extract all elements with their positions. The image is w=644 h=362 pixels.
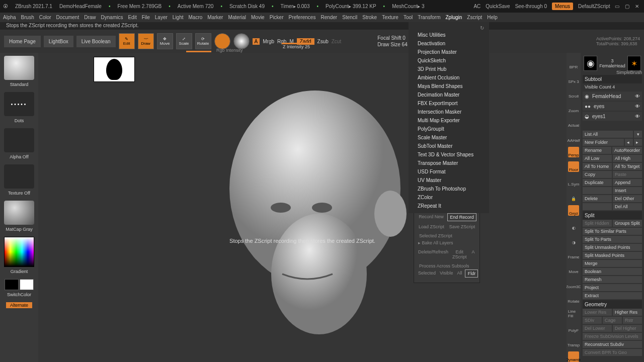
tool-thumb-2[interactable]: ✶ (627, 56, 641, 71)
subtool-item-1[interactable]: ●●eyes👁 (583, 102, 642, 111)
rstr-button[interactable]: Rstr (623, 317, 642, 324)
a-button[interactable]: A (470, 248, 477, 260)
focal-shift-slider[interactable]: Focal Shift 0 (377, 35, 407, 41)
record-new-button[interactable]: Record New (417, 213, 445, 221)
quicksave-button[interactable]: QuickSave (486, 4, 510, 9)
splitmasked-button[interactable]: Split Masked Points (583, 252, 642, 259)
groupssplit-button[interactable]: Groups Split (613, 220, 642, 227)
scroll-button[interactable]: Scroll (568, 88, 579, 99)
menu-movie[interactable]: Movie (251, 15, 265, 20)
alltotarget-button[interactable]: All To Target (613, 163, 642, 170)
lsym-button[interactable]: L.Sym (568, 176, 579, 187)
bpr-button[interactable]: BPR (568, 59, 579, 69)
end-record-button[interactable]: End Record (447, 213, 476, 221)
texture-swatch[interactable] (4, 164, 34, 189)
down-arrow-icon[interactable]: ▾ (634, 131, 642, 138)
append-button[interactable]: Append (613, 179, 642, 186)
alltohome-button[interactable]: All To Home (583, 163, 612, 170)
menu-picker[interactable]: Picker (270, 15, 284, 20)
edit-mode-button[interactable]: ✎Edit (119, 33, 135, 49)
load-zscript-button[interactable]: Load ZScript (417, 223, 446, 230)
convertbpr-button[interactable]: Convert BPR To Geo (583, 349, 642, 356)
right-icon[interactable]: ▸ (634, 139, 642, 146)
see-through-slider[interactable]: See-through 0 (515, 4, 547, 9)
color-secondary[interactable] (20, 279, 34, 290)
menu-render[interactable]: Render (320, 15, 337, 20)
zp-usd[interactable]: USD Format (409, 167, 489, 176)
persp-button[interactable]: Persp (568, 147, 579, 157)
color-main[interactable] (5, 279, 19, 290)
rotate-button[interactable]: Rotate (568, 293, 579, 304)
delhigher-button[interactable]: Del Higher (613, 325, 642, 332)
frame-button[interactable]: Frame (568, 249, 579, 259)
zp-text3d[interactable]: Text 3D & Vector Shapes (409, 150, 489, 159)
zp-uv-master[interactable]: UV Master (409, 176, 489, 185)
left-icon[interactable]: ◂ (625, 139, 633, 146)
splithidden-button[interactable]: Split Hidden (583, 220, 612, 227)
switch-color[interactable]: SwitchColor (7, 292, 31, 297)
zp-photoshop[interactable]: ZBrush To Photoshop (409, 185, 489, 193)
floor-button[interactable]: Floor (568, 161, 579, 172)
bake-layers-button[interactable]: ▸ Bake All Layers (417, 239, 476, 246)
zp-zcolor[interactable]: ZColor (409, 193, 489, 202)
dynamic-button[interactable]: Dynamic (568, 351, 579, 362)
mrgb-button[interactable]: Mrgb (263, 39, 274, 44)
menu-draw[interactable]: Draw (84, 15, 96, 20)
zp-polygroupit[interactable]: PolyGroupIt (409, 125, 489, 133)
zp-decimation-master[interactable]: Decimation Master (409, 90, 489, 99)
delete-button[interactable]: Delete (583, 195, 612, 202)
gxyz-button[interactable]: Gxyz (568, 205, 579, 216)
menu-brush[interactable]: Brush (21, 15, 34, 20)
project-button[interactable]: Project (583, 284, 642, 291)
menu-material[interactable]: Material (228, 15, 246, 20)
menu-help[interactable]: Help (487, 15, 498, 20)
window-controls[interactable]: ▭ ▢ ✕ (615, 4, 641, 9)
merge-button[interactable]: Merge (583, 260, 642, 267)
menu-alpha[interactable]: Alpha (3, 15, 16, 20)
visible-button[interactable]: Visible (439, 269, 454, 278)
zp-misc-utilities[interactable]: Misc Utilities (409, 31, 489, 39)
insert-button[interactable]: Insert (613, 187, 642, 194)
scale-mode-button[interactable]: ⤢Scale (176, 33, 192, 49)
move-canvas-button[interactable]: Move (568, 263, 579, 274)
live-boolean-button[interactable]: Live Boolean (76, 36, 116, 47)
remesh-button[interactable]: Remesh (583, 276, 642, 283)
zp-ambient-occlusion[interactable]: Ambient Occlusion (409, 73, 489, 82)
gizmo-button[interactable] (214, 33, 230, 49)
actual-button[interactable]: Actual (568, 117, 579, 128)
menu-edit[interactable]: Edit (128, 15, 136, 20)
menu-stroke[interactable]: Stroke (362, 15, 377, 20)
splitsimilar-button[interactable]: Split To Similar Parts (583, 228, 642, 235)
dellower-button[interactable]: Del Lower (583, 325, 612, 332)
list-all-button[interactable]: List All (583, 131, 633, 138)
rename-button[interactable]: Rename (583, 147, 611, 154)
reconstruct-button[interactable]: Reconstruct Subdiv (583, 341, 642, 348)
unknown-2[interactable]: ◑ (568, 234, 579, 245)
zp-subtool-master[interactable]: SubTool Master (409, 142, 489, 150)
selected-button[interactable]: Selected (417, 269, 437, 278)
splitunmasked-button[interactable]: Split Unmasked Points (583, 244, 642, 251)
all-button[interactable]: All (456, 269, 463, 278)
color-picker[interactable] (4, 237, 34, 267)
edit-zscript-button[interactable]: Edit ZScript (451, 248, 468, 260)
menu-file[interactable]: File (142, 15, 150, 20)
unknown-1[interactable]: ◐ (568, 220, 579, 230)
zp-transpose-master[interactable]: Transpose Master (409, 159, 489, 167)
subtool-item-0[interactable]: ◉FemaleHead👁 (583, 92, 642, 101)
polyf-button[interactable]: PolyF (568, 322, 579, 333)
home-page-button[interactable]: Home Page (4, 36, 41, 47)
zp-fbx[interactable]: FBX ExportImport (409, 99, 489, 108)
alllow-button[interactable]: All Low (583, 155, 612, 162)
menus-button[interactable]: Menus (552, 3, 573, 10)
menu-marker[interactable]: Marker (207, 15, 223, 20)
sdiv-slider[interactable]: SDiv (583, 317, 602, 324)
zp-zrepeat-it[interactable]: ZRepeat It (409, 202, 489, 210)
draw-size-slider[interactable]: Draw Size 64 (377, 42, 407, 47)
paste-button[interactable]: Paste (613, 171, 642, 178)
sculptris-button[interactable] (233, 33, 250, 49)
split-header[interactable]: Split (583, 211, 642, 220)
lightbox-button[interactable]: LightBox (44, 36, 73, 47)
default-zscript[interactable]: DefaultZScript (578, 4, 610, 9)
move-mode-button[interactable]: ✥Move (157, 33, 173, 49)
menu-zscript[interactable]: Zscript (467, 15, 482, 20)
